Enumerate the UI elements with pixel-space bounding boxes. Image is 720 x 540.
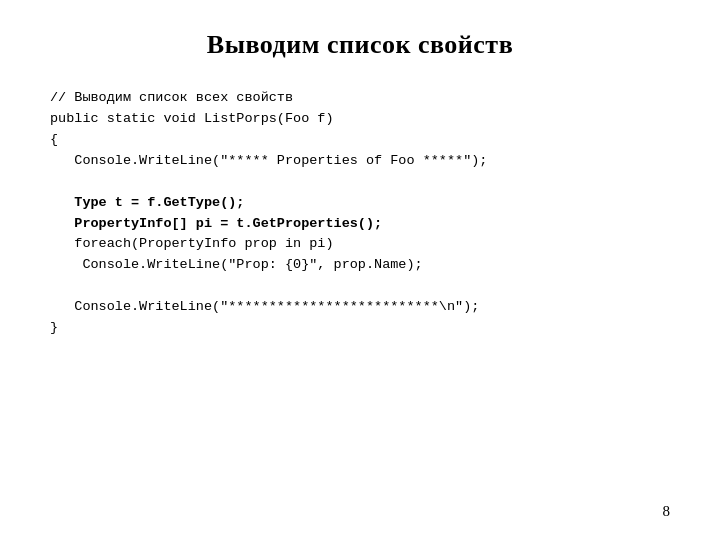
code-line: foreach(PropertyInfo prop in pi) bbox=[50, 236, 334, 251]
code-line: Type t = f.GetType(); bbox=[50, 195, 244, 210]
code-line: Console.WriteLine("*********************… bbox=[50, 299, 479, 314]
code-line: PropertyInfo[] pi = t.GetProperties(); bbox=[50, 216, 382, 231]
code-line: Console.WriteLine("Prop: {0}", prop.Name… bbox=[50, 257, 423, 272]
code-line: } bbox=[50, 320, 58, 335]
page-number: 8 bbox=[663, 503, 671, 520]
code-line: // Выводим список всех свойств bbox=[50, 90, 293, 105]
code-block: // Выводим список всех свойств public st… bbox=[50, 88, 670, 339]
code-line: { bbox=[50, 132, 58, 147]
code-line: Console.WriteLine("***** Properties of F… bbox=[50, 153, 487, 168]
slide-title: Выводим список свойств bbox=[50, 30, 670, 60]
code-line: public static void ListPorps(Foo f) bbox=[50, 111, 334, 126]
slide: Выводим список свойств // Выводим список… bbox=[0, 0, 720, 540]
